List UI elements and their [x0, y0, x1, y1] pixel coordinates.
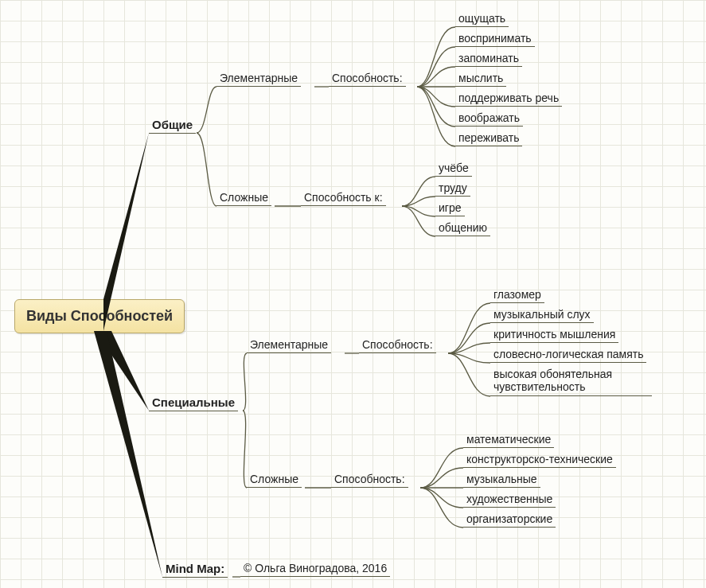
spec-comp-item-5: организаторские: [463, 512, 556, 528]
spec-elem-item-2: музыкальный слух: [490, 308, 594, 323]
general-elementary: Элементарные: [216, 72, 301, 87]
grid-background: [0, 0, 706, 588]
special-elementary-heading: Способность:: [359, 338, 436, 353]
gen-elem-item-2: воспринимать: [455, 32, 535, 47]
spec-elem-item-4: словесно-логическая память: [490, 348, 646, 363]
spec-comp-item-4: художественные: [463, 493, 556, 508]
general-elementary-heading: Способность:: [329, 72, 406, 87]
gen-comp-item-1: учёбе: [435, 162, 472, 177]
gen-elem-item-5: поддерживать речь: [455, 92, 562, 107]
spec-comp-item-2: конструкторско-технические: [463, 453, 616, 468]
credit-text: © Ольга Виноградова, 2016: [240, 562, 390, 577]
gen-comp-item-3: игре: [435, 201, 465, 216]
gen-elem-item-4: мыслить: [455, 72, 506, 87]
spec-comp-item-3: музыкальные: [463, 473, 540, 488]
spec-elem-item-1: глазомер: [490, 288, 544, 303]
spec-comp-item-1: математические: [463, 433, 554, 448]
special-elementary: Элементарные: [247, 338, 331, 353]
gen-elem-item-3: запоминать: [455, 52, 522, 67]
branch-special: Специальные: [149, 395, 238, 411]
root-node: Виды Способностей: [14, 299, 185, 333]
spec-elem-item-5: высокая обонятельная чувствительность: [490, 368, 652, 396]
gen-elem-item-6: воображать: [455, 111, 523, 127]
gen-elem-item-7: переживать: [455, 131, 522, 146]
special-complex: Сложные: [247, 473, 302, 488]
branch-mindmap: Mind Map:: [162, 562, 228, 578]
gen-comp-item-4: общению: [435, 221, 490, 236]
spec-elem-item-3: критичность мышления: [490, 328, 618, 343]
branch-general: Общие: [149, 118, 196, 134]
general-complex: Сложные: [216, 191, 271, 206]
gen-comp-item-2: труду: [435, 181, 470, 197]
general-complex-heading: Способность к:: [301, 191, 386, 206]
special-complex-heading: Способность:: [331, 473, 408, 488]
gen-elem-item-1: ощущать: [455, 12, 509, 27]
